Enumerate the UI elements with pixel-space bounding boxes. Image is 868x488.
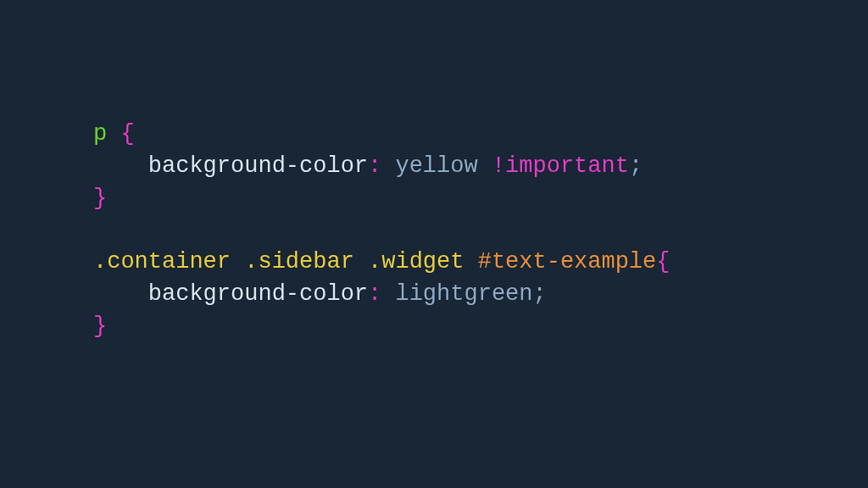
code-block: p { background-color: yellow !important;… [0, 0, 868, 462]
id-selector: #text-example [478, 249, 657, 274]
semicolon: ; [533, 281, 547, 307]
css-property: background-color [148, 153, 368, 179]
colon: : [368, 281, 381, 307]
close-brace: } [93, 186, 107, 211]
class-selector: .sidebar [244, 249, 354, 274]
css-value: yellow [395, 153, 477, 179]
close-brace: } [93, 313, 107, 339]
class-selector: .container [93, 249, 231, 274]
space [381, 281, 395, 307]
css-value: lightgreen [395, 281, 532, 307]
open-brace: { [656, 249, 670, 274]
css-property: background-color [148, 281, 368, 307]
colon: : [368, 153, 381, 179]
important-keyword: !important [492, 153, 629, 179]
indent [93, 153, 148, 179]
space [107, 121, 120, 147]
indent [93, 281, 148, 307]
semicolon: ; [629, 153, 643, 179]
space [478, 153, 492, 179]
space [381, 153, 395, 179]
space [231, 249, 244, 274]
open-brace: { [120, 121, 134, 147]
space [354, 249, 368, 274]
class-selector: .widget [368, 249, 464, 274]
space [464, 249, 477, 274]
tag-selector: p [93, 121, 107, 147]
